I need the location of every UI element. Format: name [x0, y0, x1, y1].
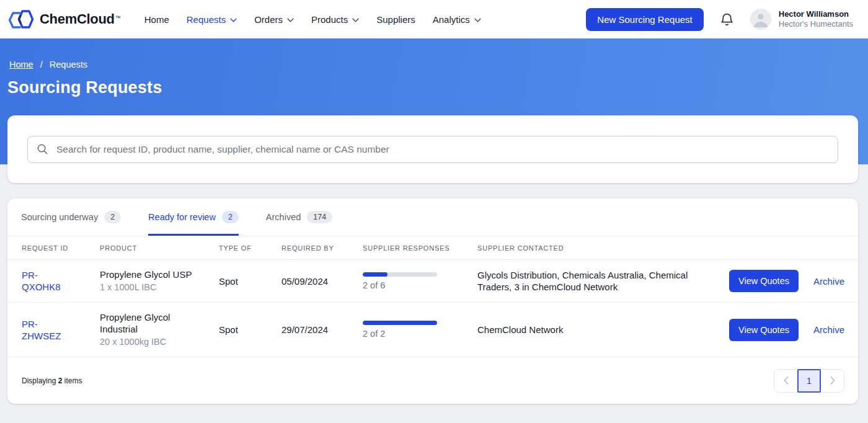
item-count: 2 — [58, 376, 63, 385]
brand-logo[interactable]: ChemCloud™ — [6, 9, 121, 30]
nav-item-home[interactable]: Home — [144, 14, 169, 25]
column-header-request-id: REQUEST ID — [22, 244, 100, 252]
pagination: 1 — [774, 369, 844, 393]
product-detail: 20 x 1000kg IBC — [100, 336, 219, 348]
table-row: PR-QXOHK8 Propylene Glycol USP 1 x 1000L… — [7, 260, 858, 303]
required-by-date: 05/09/2024 — [281, 276, 363, 287]
top-nav-right: New Sourcing Request Hector Williamson H… — [586, 8, 853, 31]
notifications-bell-icon[interactable] — [719, 12, 735, 27]
archive-link[interactable]: Archive — [813, 276, 844, 287]
avatar — [750, 9, 771, 30]
product-detail: 1 x 1000L IBC — [100, 282, 219, 293]
view-quotes-button[interactable]: View Quotes — [729, 270, 799, 292]
chevron-right-icon — [830, 376, 835, 385]
chemcloud-logo-icon — [6, 9, 35, 30]
pagination-prev-button[interactable] — [774, 370, 797, 392]
trademark-symbol: ™ — [115, 15, 121, 21]
request-type: Spot — [219, 276, 281, 287]
column-header-type: TYPE OF — [219, 244, 281, 252]
nav-item-orders[interactable]: Orders — [254, 14, 294, 25]
supplier-contacted: ChemCloud Network — [477, 324, 719, 336]
required-by-date: 29/07/2024 — [281, 324, 363, 335]
request-type: Spot — [219, 324, 281, 335]
nav-item-requests[interactable]: Requests — [187, 14, 237, 25]
count-badge: 174 — [307, 211, 332, 224]
progress-fill — [363, 321, 437, 325]
breadcrumb-home-link[interactable]: Home — [9, 60, 33, 69]
responses-label: 2 of 2 — [363, 329, 477, 339]
request-tabs: Sourcing underway 2 Ready for review 2 A… — [7, 198, 858, 236]
supplier-responses-cell: 2 of 6 — [363, 272, 477, 290]
requests-panel: Sourcing underway 2 Ready for review 2 A… — [7, 198, 858, 404]
request-id-link[interactable]: PR-QXOHK8 — [22, 269, 66, 293]
breadcrumb: Home / Requests — [9, 38, 858, 70]
responses-label: 2 of 6 — [363, 280, 477, 290]
user-info: Hector Williamson Hector's Humectants — [779, 9, 853, 29]
search-input[interactable] — [55, 143, 829, 156]
user-name: Hector Williamson — [779, 9, 853, 19]
nav-item-suppliers[interactable]: Suppliers — [376, 14, 415, 25]
user-menu[interactable]: Hector Williamson Hector's Humectants — [750, 9, 853, 30]
chevron-down-icon — [287, 18, 294, 22]
product-name: Propylene Glycol Industrial — [100, 311, 202, 335]
progress-bar — [363, 321, 437, 325]
tab-ready-for-review[interactable]: Ready for review 2 — [148, 198, 239, 236]
request-id-link[interactable]: PR-ZHWSEZ — [22, 318, 66, 342]
pagination-next-button[interactable] — [821, 370, 844, 392]
nav-item-products[interactable]: Products — [311, 14, 359, 25]
breadcrumb-separator: / — [40, 60, 43, 69]
page-title: Sourcing Requests — [7, 78, 858, 97]
table-footer: Displaying 2 items 1 — [7, 357, 858, 404]
tab-archived[interactable]: Archived 174 — [266, 198, 332, 236]
supplier-contacted: Glycols Distribution, Chemicals Australi… — [477, 269, 719, 293]
chevron-left-icon — [784, 376, 789, 385]
table-row: PR-ZHWSEZ Propylene Glycol Industrial 20… — [7, 303, 858, 357]
nav-item-analytics[interactable]: Analytics — [433, 14, 481, 25]
chevron-down-icon — [474, 18, 481, 22]
breadcrumb-current: Requests — [50, 60, 87, 69]
user-company: Hector's Humectants — [779, 19, 853, 29]
top-nav: ChemCloud™ Home Requests Orders Products… — [0, 0, 868, 38]
displaying-summary: Displaying 2 items — [22, 376, 82, 385]
count-badge: 2 — [222, 211, 239, 224]
row-actions: View Quotes Archive — [719, 270, 844, 292]
page-hero: Home / Requests Sourcing Requests — [0, 38, 868, 164]
count-badge: 2 — [104, 211, 121, 224]
main-navigation: Home Requests Orders Products Suppliers … — [144, 14, 481, 25]
view-quotes-button[interactable]: View Quotes — [729, 319, 799, 341]
new-sourcing-request-button[interactable]: New Sourcing Request — [586, 8, 703, 31]
product-name: Propylene Glycol USP — [100, 269, 202, 280]
column-header-supplier-responses: SUPPLIER RESPONSES — [363, 244, 477, 252]
progress-bar — [363, 272, 437, 277]
pagination-page-1[interactable]: 1 — [797, 369, 821, 393]
tab-sourcing-underway[interactable]: Sourcing underway 2 — [21, 198, 121, 236]
row-actions: View Quotes Archive — [719, 319, 844, 341]
column-header-supplier-contacted: SUPPLIER CONTACTED — [477, 244, 719, 252]
search-icon — [37, 143, 48, 155]
table-header-row: REQUEST ID PRODUCT TYPE OF REQUIRED BY S… — [7, 236, 858, 260]
column-header-required-by: REQUIRED BY — [281, 244, 363, 252]
search-card — [7, 115, 858, 183]
column-header-product: PRODUCT — [100, 244, 219, 252]
archive-link[interactable]: Archive — [813, 324, 844, 335]
progress-fill — [363, 272, 388, 277]
brand-name: ChemCloud — [40, 11, 115, 27]
search-box[interactable] — [27, 136, 838, 163]
chevron-down-icon — [352, 18, 359, 22]
supplier-responses-cell: 2 of 2 — [363, 321, 477, 339]
chevron-down-icon — [230, 18, 237, 22]
